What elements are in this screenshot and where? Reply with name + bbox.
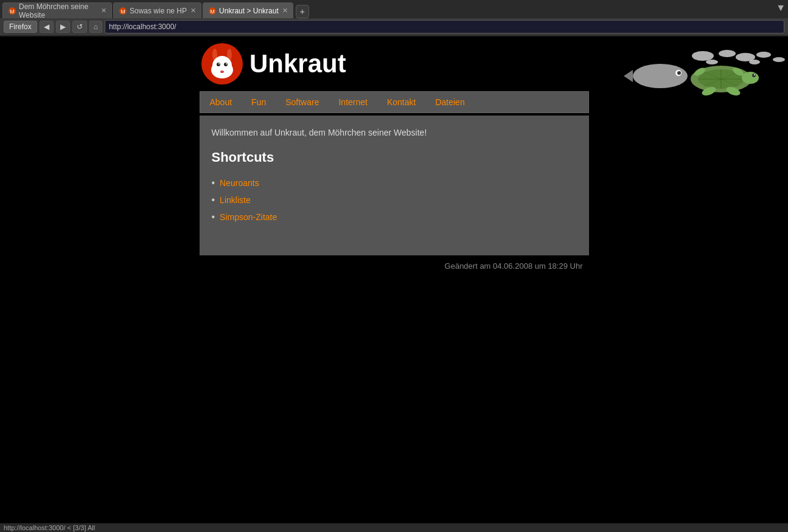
nav-kontakt[interactable]: Kontakt: [377, 95, 425, 109]
svg-point-37: [754, 74, 755, 75]
site-header: Unkraut: [0, 36, 788, 91]
shortcuts-list: Neuroants Linkliste Simpson-Zitate: [212, 178, 577, 223]
svg-point-16: [218, 63, 220, 64]
forward-button[interactable]: ▶: [56, 21, 70, 33]
shortcut-item-3: Simpson-Zitate: [212, 212, 577, 223]
scroll-down-indicator: ▼: [776, 2, 786, 13]
svg-point-19: [719, 50, 736, 57]
nav-fun[interactable]: Fun: [242, 95, 276, 109]
footer-wrapper: Geändert am 04.06.2008 um 18:29 Uhr: [0, 255, 788, 277]
tab-3[interactable]: M Unkraut > Unkraut ✕: [203, 2, 293, 18]
svg-point-17: [226, 63, 227, 64]
svg-text:M: M: [120, 9, 125, 15]
reload-button[interactable]: ↺: [72, 21, 87, 33]
shortcut-neuroants[interactable]: Neuroants: [220, 178, 259, 188]
svg-point-23: [749, 60, 760, 64]
svg-text:M: M: [210, 9, 215, 15]
tab-2-close[interactable]: ✕: [190, 7, 196, 15]
back-button[interactable]: ◀: [40, 21, 54, 33]
status-bar: http://localhost:3000/ < [3/3] All: [0, 523, 788, 532]
main-wrapper: Willkommen auf Unkraut, dem Möhrchen sei…: [0, 114, 788, 255]
svg-point-22: [773, 57, 785, 62]
footer: Geändert am 04.06.2008 um 18:29 Uhr: [200, 255, 589, 277]
shortcut-linkliste[interactable]: Linkliste: [220, 195, 251, 205]
tab-1[interactable]: M Dem Möhrchen seine Website ✕: [2, 2, 112, 18]
main-content: Willkommen auf Unkraut, dem Möhrchen sei…: [200, 116, 589, 255]
logo-area: Unkraut: [0, 43, 346, 85]
tab-1-close[interactable]: ✕: [101, 7, 106, 15]
shortcut-item-1: Neuroants: [212, 178, 577, 188]
nav-software[interactable]: Software: [276, 95, 329, 109]
svg-point-13: [220, 71, 224, 73]
nav-internet[interactable]: Internet: [329, 95, 377, 109]
turtle-svg: [605, 49, 788, 97]
shortcut-item-2: Linkliste: [212, 195, 577, 206]
nav-bar: About Fun Software Internet Kontakt Date…: [200, 91, 589, 113]
home-button[interactable]: ⌂: [89, 21, 102, 33]
last-modified: Geändert am 04.06.2008 um 18:29 Uhr: [445, 261, 583, 271]
turtle-decoration: [605, 49, 788, 99]
nav-about[interactable]: About: [200, 95, 242, 109]
svg-point-28: [677, 71, 681, 75]
tab-2[interactable]: M Sowas wie ne HP ✕: [113, 2, 201, 18]
firefox-menu-button[interactable]: Firefox: [4, 21, 37, 33]
welcome-message: Willkommen auf Unkraut, dem Möhrchen sei…: [212, 128, 577, 137]
tab-1-label: Dem Möhrchen seine Website: [19, 2, 97, 19]
shortcuts-heading: Shortcuts: [212, 150, 577, 165]
svg-point-35: [742, 72, 759, 84]
site-title: Unkraut: [249, 49, 346, 78]
svg-point-21: [756, 52, 771, 58]
new-tab-button[interactable]: +: [296, 5, 309, 18]
tab-3-label: Unkraut > Unkraut: [219, 7, 279, 15]
nav-dateien[interactable]: Dateien: [425, 95, 474, 109]
url-bar[interactable]: [105, 20, 784, 33]
svg-point-24: [706, 60, 718, 64]
svg-point-14: [217, 63, 220, 66]
svg-text:M: M: [10, 9, 15, 15]
svg-point-36: [752, 74, 756, 77]
svg-point-25: [633, 64, 688, 88]
svg-point-18: [692, 51, 714, 61]
tab-1-favicon: M: [8, 7, 16, 15]
tab-3-favicon: M: [208, 7, 217, 15]
status-text: http://localhost:3000/ < [3/3] All: [4, 524, 95, 531]
tab-3-close[interactable]: ✕: [282, 7, 288, 15]
tab-2-label: Sowas wie ne HP: [130, 7, 187, 15]
page-content: Unkraut: [0, 36, 788, 277]
svg-marker-26: [624, 70, 633, 82]
shortcut-simpson[interactable]: Simpson-Zitate: [220, 212, 277, 222]
svg-point-15: [224, 63, 228, 66]
logo-icon: [201, 43, 243, 85]
tab-2-favicon: M: [119, 7, 127, 15]
